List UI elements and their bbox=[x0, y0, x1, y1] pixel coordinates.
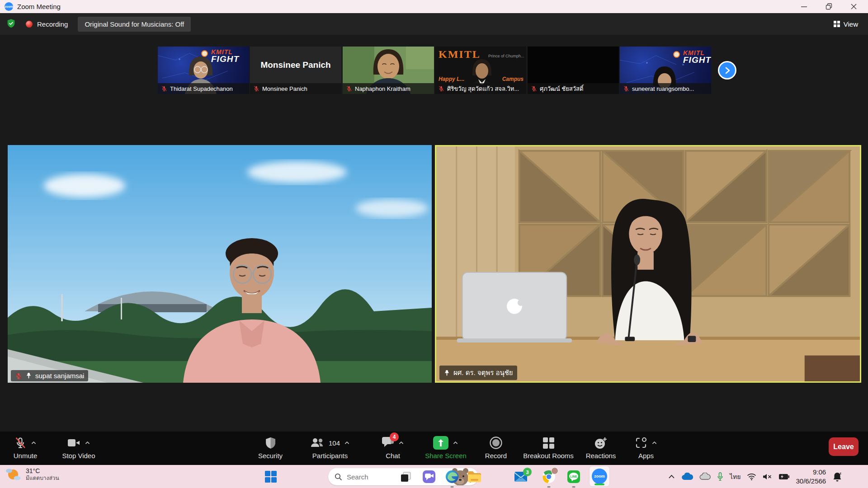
meeting-control-bar: Unmute Stop Video Security 104 Participa… bbox=[0, 432, 868, 465]
participant-name: ศุภวัฒน์ ชัยสวัสดิ์ bbox=[540, 84, 583, 94]
weather-partly-sunny-icon bbox=[5, 467, 22, 482]
participants-icon bbox=[310, 437, 325, 449]
video-tile-active-speaker[interactable]: ผศ. ดร. จตุพร อนุชัย bbox=[435, 145, 861, 383]
meeting-stage: KMITL FIGHT Thidarat Supadechanon Monsin… bbox=[0, 35, 868, 432]
chat-button[interactable]: 4 Chat bbox=[366, 435, 420, 460]
encryption-shield-icon[interactable] bbox=[6, 19, 16, 30]
muted-mic-icon bbox=[15, 372, 22, 380]
participants-count: 104 bbox=[329, 439, 340, 447]
start-button[interactable] bbox=[262, 468, 279, 485]
participant-thumbnail[interactable]: ศุภวัฒน์ ชัยสวัสดิ์ bbox=[528, 47, 619, 94]
restore-button[interactable] bbox=[826, 3, 832, 10]
apps-options-chevron[interactable] bbox=[651, 440, 657, 446]
file-explorer-button[interactable] bbox=[466, 468, 483, 485]
clock-time: 9:06 bbox=[796, 468, 826, 477]
meeting-info-bar: Recording Original Sound for Musicians: … bbox=[0, 13, 868, 35]
task-view-icon bbox=[400, 471, 412, 483]
focus-assist-bell-icon[interactable]: z bbox=[832, 471, 842, 482]
muted-mic-icon bbox=[14, 436, 27, 449]
weather-temperature: 31°C bbox=[26, 467, 59, 475]
svg-text:z: z bbox=[840, 471, 841, 475]
hidden-icons-chevron[interactable] bbox=[668, 474, 675, 479]
participant-name: supat sanjamsai bbox=[35, 372, 84, 380]
mic-options-chevron[interactable] bbox=[31, 440, 37, 446]
fight-logo-text: FIGHT bbox=[211, 55, 239, 63]
pin-icon bbox=[25, 372, 32, 379]
edge-browser-button[interactable] bbox=[443, 468, 461, 485]
apps-button[interactable]: Apps bbox=[619, 435, 673, 460]
chat-options-chevron[interactable] bbox=[398, 440, 404, 446]
participant-name: ศิริขวัญ สุดวัดแก้ว สจล.วิท... bbox=[447, 84, 519, 94]
weather-description: มีแดดบางส่วน bbox=[26, 475, 59, 482]
participant-thumbnail[interactable]: KMITL FIGHT Thidarat Supadechanon bbox=[158, 47, 249, 94]
kmitl-seal-icon bbox=[673, 51, 680, 58]
system-tray: ไทย 9:06 30/6/2566 z bbox=[668, 465, 842, 488]
leave-button[interactable]: Leave bbox=[829, 437, 859, 456]
weather-widget[interactable]: 31°C มีแดดบางส่วน bbox=[5, 467, 59, 482]
zoom-app-button[interactable]: zoom bbox=[590, 466, 609, 486]
windows-start-icon bbox=[264, 470, 277, 483]
muted-mic-icon bbox=[253, 85, 259, 92]
battery-charging-icon[interactable] bbox=[778, 474, 789, 480]
filmstrip-next-button[interactable] bbox=[718, 61, 736, 80]
video-scene bbox=[8, 145, 432, 383]
participants-button[interactable]: 104 Participants bbox=[296, 435, 364, 460]
close-button[interactable] bbox=[850, 3, 857, 10]
participants-options-chevron[interactable] bbox=[344, 440, 350, 446]
wifi-icon[interactable] bbox=[747, 473, 756, 480]
chrome-button[interactable] bbox=[540, 468, 557, 485]
participant-name: Naphaphon Kraitham bbox=[355, 85, 410, 92]
participant-name: suneerat ruangsombo... bbox=[632, 85, 694, 92]
svg-text:LINE: LINE bbox=[571, 475, 577, 478]
cloud-app-icon[interactable] bbox=[699, 473, 711, 480]
task-view-button[interactable] bbox=[397, 468, 414, 485]
video-tile-supat[interactable]: supat sanjamsai bbox=[8, 145, 432, 383]
volume-muted-icon[interactable] bbox=[763, 473, 772, 480]
zoom-app-icon: zoom bbox=[5, 2, 13, 11]
pin-icon bbox=[443, 370, 450, 376]
mic-in-use-icon[interactable] bbox=[717, 472, 723, 481]
muted-mic-icon bbox=[346, 85, 352, 92]
participant-display-name: Monsinee Panich bbox=[250, 47, 341, 83]
view-button[interactable]: View bbox=[833, 20, 858, 28]
video-name-label: supat sanjamsai bbox=[11, 370, 88, 381]
language-indicator[interactable]: ไทย bbox=[730, 472, 741, 482]
share-screen-icon bbox=[433, 436, 448, 450]
share-options-chevron[interactable] bbox=[453, 440, 458, 446]
participant-thumbnail[interactable]: KMITL Prince of Chumph... Happy L... Cam… bbox=[435, 47, 526, 94]
title-bar: zoom Zoom Meeting bbox=[0, 0, 868, 13]
recording-indicator-icon[interactable] bbox=[26, 21, 33, 28]
kmitl-seal-icon bbox=[201, 50, 208, 57]
minimize-button[interactable] bbox=[801, 3, 807, 10]
participant-thumbnail[interactable]: KMITL FIGHT suneerat ruangsombo... bbox=[620, 47, 711, 94]
video-scene bbox=[436, 146, 860, 381]
shield-icon bbox=[265, 437, 276, 449]
muted-mic-icon bbox=[623, 85, 629, 92]
participant-thumbnail[interactable]: Monsinee Panich Monsinee Panich bbox=[250, 47, 341, 94]
original-sound-button[interactable]: Original Sound for Musicians: Off bbox=[78, 17, 191, 32]
muted-mic-icon bbox=[531, 85, 537, 92]
taskbar-clock[interactable]: 9:06 30/6/2566 bbox=[796, 468, 826, 485]
running-indicator bbox=[572, 486, 576, 488]
video-options-chevron[interactable] bbox=[85, 440, 90, 446]
banner-bottom-right-text: Campus bbox=[502, 76, 524, 82]
teams-chat-button[interactable] bbox=[420, 468, 438, 485]
record-icon bbox=[489, 436, 503, 450]
folder-icon bbox=[467, 471, 481, 483]
active-app-indicator bbox=[594, 483, 604, 485]
participant-name: ผศ. ดร. จตุพร อนุชัย bbox=[453, 367, 513, 378]
security-button[interactable]: Security bbox=[243, 435, 297, 460]
participant-thumbnail[interactable]: Naphaphon Kraitham bbox=[343, 47, 434, 94]
onedrive-icon[interactable] bbox=[681, 473, 693, 481]
stop-video-button[interactable]: Stop Video bbox=[51, 435, 107, 460]
unmute-button[interactable]: Unmute bbox=[0, 435, 51, 460]
teams-chat-icon bbox=[422, 470, 436, 483]
zoom-taskbar-icon: zoom bbox=[592, 469, 607, 484]
running-indicator bbox=[547, 486, 551, 488]
recording-label: Recording bbox=[37, 20, 68, 28]
clock-date: 30/6/2566 bbox=[796, 477, 826, 486]
mail-button[interactable]: 3 bbox=[512, 468, 529, 485]
line-app-button[interactable]: LINE bbox=[565, 468, 582, 485]
edge-icon bbox=[445, 470, 459, 483]
muted-mic-icon bbox=[161, 85, 167, 92]
